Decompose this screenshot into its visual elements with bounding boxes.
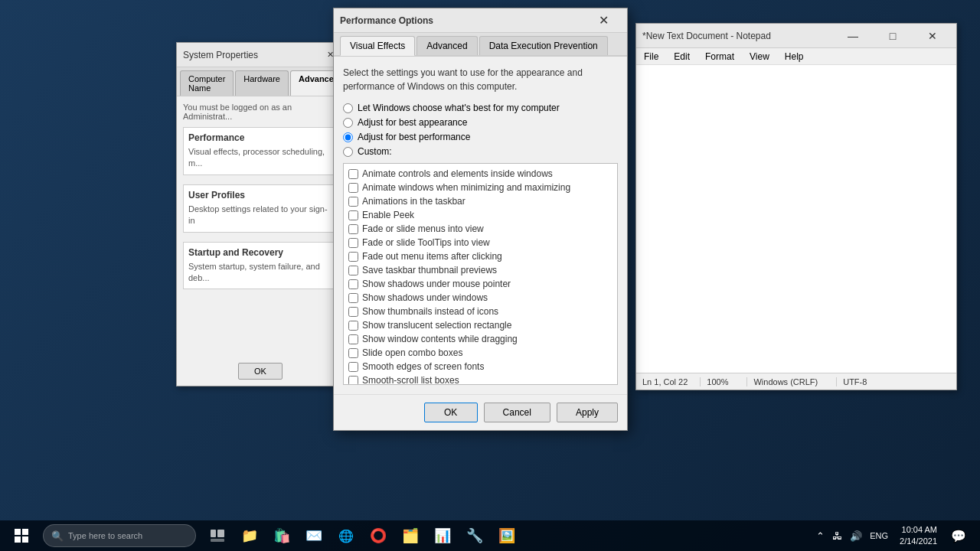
perf-checkbox-item-1[interactable]: Animate windows when minimizing and maxi… — [347, 181, 614, 194]
sysprop-ok-button[interactable]: OK — [238, 363, 283, 380]
notepad-minimize-button[interactable]: — — [835, 24, 871, 48]
perf-checkbox-item-14[interactable]: Smooth edges of screen fonts — [347, 360, 614, 373]
sysprop-title: System Properties — [183, 50, 322, 60]
perf-checkbox-list[interactable]: Animate controls and elements inside win… — [343, 163, 618, 385]
perf-checkbox-item-4[interactable]: Fade or slide menus into view — [347, 222, 614, 236]
perf-tab-dep[interactable]: Data Execution Prevention — [479, 36, 608, 55]
notification-center-icon[interactable]: 💬 — [946, 529, 971, 543]
taskbar-icon-edge[interactable]: 🌐 — [331, 520, 361, 551]
perf-checkbox-item-12[interactable]: Show window contents while dragging — [347, 332, 614, 346]
taskbar-icon-mail[interactable]: ✉️ — [299, 520, 329, 551]
notepad-menu-help[interactable]: Help — [780, 50, 808, 64]
perf-ok-button[interactable]: OK — [424, 403, 478, 422]
taskbar-icon-store[interactable]: 🛍️ — [266, 520, 297, 551]
radio-windows-best[interactable]: Let Windows choose what's best for my co… — [343, 103, 618, 113]
tray-clock[interactable]: 10:04 AM 2/14/2021 — [893, 524, 943, 548]
perf-checkbox-input-6[interactable] — [348, 252, 358, 262]
radio-best-performance[interactable]: Adjust for best performance — [343, 132, 618, 142]
perf-checkbox-label-1: Animate windows when minimizing and maxi… — [362, 182, 570, 193]
perf-checkbox-item-3[interactable]: Enable Peek — [347, 208, 614, 222]
notepad-menu-edit[interactable]: Edit — [669, 50, 694, 64]
perf-checkbox-input-0[interactable] — [348, 169, 358, 179]
perf-tab-visual-effects[interactable]: Visual Effects — [340, 36, 415, 56]
taskbar-icon-taskview[interactable] — [202, 520, 233, 551]
perf-checkbox-input-5[interactable] — [348, 238, 358, 248]
taskbar-icon-app4[interactable]: 🖼️ — [492, 520, 522, 551]
start-button[interactable] — [3, 520, 40, 551]
radio-best-appearance[interactable]: Adjust for best appearance — [343, 117, 618, 128]
perf-checkbox-input-10[interactable] — [348, 307, 358, 317]
perf-dialog-body: Select the settings you want to use for … — [334, 57, 627, 394]
perf-checkbox-item-2[interactable]: Animations in the taskbar — [347, 194, 614, 208]
taskbar-icon-file-explorer[interactable]: 📁 — [234, 520, 265, 551]
perf-checkbox-label-10: Show thumbnails instead of icons — [362, 306, 498, 317]
perf-dialog-close-button[interactable]: ✕ — [586, 8, 621, 33]
taskbar-search-input[interactable] — [68, 531, 175, 540]
perf-cancel-button[interactable]: Cancel — [484, 403, 550, 422]
perf-checkbox-item-8[interactable]: Show shadows under mouse pointer — [347, 277, 614, 291]
taskbar-icon-app1[interactable]: 🗂️ — [395, 520, 426, 551]
radio-best-appearance-input[interactable] — [343, 118, 353, 128]
perf-checkbox-label-13: Slide open combo boxes — [362, 347, 462, 358]
svg-rect-0 — [15, 529, 21, 535]
notepad-menu-file[interactable]: File — [639, 50, 663, 64]
notepad-menu-format[interactable]: Format — [701, 50, 739, 64]
perf-checkbox-item-11[interactable]: Show translucent selection rectangle — [347, 318, 614, 332]
perf-checkbox-item-6[interactable]: Fade out menu items after clicking — [347, 249, 614, 263]
perf-checkbox-input-14[interactable] — [348, 362, 358, 372]
perf-checkbox-item-15[interactable]: Smooth-scroll list boxes — [347, 373, 614, 385]
taskbar-icon-app2[interactable]: 📊 — [427, 520, 458, 551]
notepad-maximize-button[interactable]: □ — [875, 24, 910, 48]
sysprop-section-performance: Performance Visual effects, processor sc… — [183, 127, 338, 175]
perf-checkbox-label-9: Show shadows under windows — [362, 292, 488, 303]
perf-checkbox-input-15[interactable] — [348, 376, 358, 386]
perf-checkbox-input-3[interactable] — [348, 210, 358, 220]
notepad-menu-view[interactable]: View — [745, 50, 774, 64]
perf-checkbox-label-5: Fade or slide ToolTips into view — [362, 237, 490, 248]
sysprop-tab-hardware[interactable]: Hardware — [235, 70, 289, 96]
perf-button-row: OK Cancel Apply — [334, 394, 627, 430]
radio-custom[interactable]: Custom: — [343, 146, 618, 157]
perf-checkbox-label-0: Animate controls and elements inside win… — [362, 168, 553, 179]
perf-dialog-titlebar: Performance Options ✕ — [334, 8, 627, 33]
perf-checkbox-input-11[interactable] — [348, 321, 358, 331]
perf-checkbox-item-9[interactable]: Show shadows under windows — [347, 291, 614, 305]
perf-checkbox-input-12[interactable] — [348, 334, 358, 344]
perf-checkbox-item-7[interactable]: Save taskbar thumbnail previews — [347, 263, 614, 277]
perf-checkbox-label-14: Smooth edges of screen fonts — [362, 361, 484, 372]
perf-checkbox-input-9[interactable] — [348, 293, 358, 303]
notepad-content[interactable] — [636, 65, 956, 373]
sysprop-userprofiles-text: Desktop settings related to your sign-in — [188, 204, 332, 227]
perf-checkbox-input-4[interactable] — [348, 224, 358, 234]
taskbar-icon-app3[interactable]: 🔧 — [459, 520, 490, 551]
taskbar-icon-chrome[interactable]: ⭕ — [363, 520, 394, 551]
perf-checkbox-label-6: Fade out menu items after clicking — [362, 251, 502, 262]
perf-checkbox-item-10[interactable]: Show thumbnails instead of icons — [347, 305, 614, 318]
tray-chevron[interactable]: ⌃ — [814, 530, 827, 542]
radio-windows-best-input[interactable] — [343, 103, 353, 113]
taskbar-search[interactable]: 🔍 — [43, 524, 196, 547]
radio-best-performance-input[interactable] — [343, 132, 353, 142]
perf-checkbox-input-1[interactable] — [348, 183, 358, 193]
perf-checkbox-input-7[interactable] — [348, 266, 358, 276]
perf-checkbox-item-0[interactable]: Animate controls and elements inside win… — [347, 167, 614, 181]
perf-radio-group: Let Windows choose what's best for my co… — [343, 103, 618, 157]
notepad-statusbar: Ln 1, Col 22 100% Windows (CRLF) UTF-8 — [636, 373, 956, 390]
sysprop-tab-computer-name[interactable]: Computer Name — [180, 70, 234, 96]
tray-lang[interactable]: ENG — [867, 531, 890, 540]
perf-checkbox-item-13[interactable]: Slide open combo boxes — [347, 346, 614, 360]
radio-custom-input[interactable] — [343, 147, 353, 157]
notepad-cursor-position: Ln 1, Col 22 — [642, 377, 688, 386]
tray-volume-icon[interactable]: 🔊 — [848, 530, 864, 542]
perf-tab-advanced[interactable]: Advanced — [416, 36, 477, 55]
radio-best-performance-label: Adjust for best performance — [358, 132, 470, 142]
tray-network-icon[interactable]: 🖧 — [830, 530, 844, 542]
notepad-titlebar: *New Text Document - Notepad — □ ✕ — [636, 24, 956, 48]
perf-apply-button[interactable]: Apply — [557, 403, 618, 422]
perf-checkbox-input-2[interactable] — [348, 197, 358, 207]
perf-checkbox-label-4: Fade or slide menus into view — [362, 223, 484, 234]
perf-checkbox-input-8[interactable] — [348, 279, 358, 289]
perf-checkbox-item-5[interactable]: Fade or slide ToolTips into view — [347, 236, 614, 249]
perf-checkbox-input-13[interactable] — [348, 348, 358, 358]
notepad-close-button[interactable]: ✕ — [915, 24, 950, 48]
